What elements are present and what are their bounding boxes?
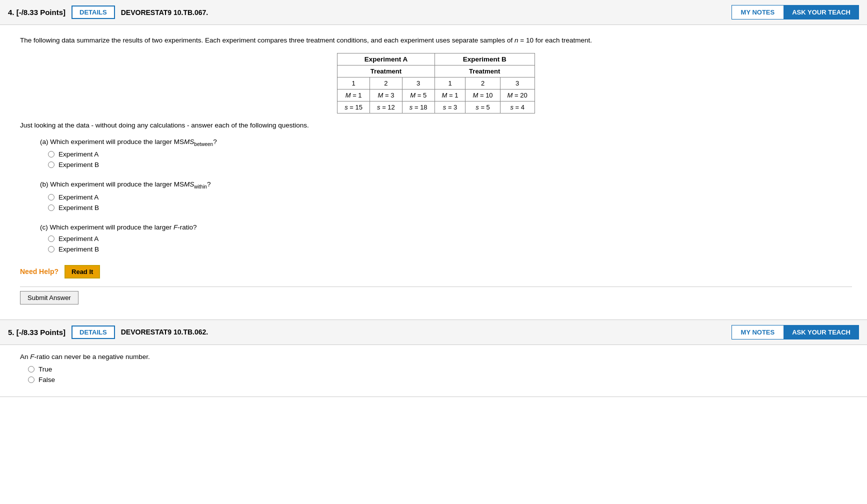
q4-part-a-subscript: between [194,141,213,146]
q5-details-button[interactable]: DETAILS [72,326,115,339]
q5-radio-true[interactable] [28,366,34,372]
q4-part-b-option-a[interactable]: Experiment A [48,194,852,201]
q5-my-notes-button[interactable]: MY NOTES [732,325,784,340]
m-a1: M = 1 [338,89,370,101]
treatment-a-header: Treatment [338,65,434,77]
treatment-b-header: Treatment [434,65,534,77]
q4-part-c-label: (c) Which experiment will produce the la… [40,224,852,231]
q4-part-b-ms: MS [184,180,194,188]
q4-part-a-label: (a) Which experiment will produce the la… [40,138,852,147]
q5-intro-text: An F-ratio can never be a negative numbe… [20,353,852,360]
q5-label-true: True [38,366,52,373]
q4-just-looking: Just looking at the data - without doing… [20,122,852,129]
q4-part-b-label-b: Experiment B [58,204,99,212]
s-a2: s = 12 [370,101,402,113]
question-5-body: An F-ratio can never be a negative numbe… [0,345,867,396]
q4-num: 4. [8,8,14,16]
q4-part-b-radio-b[interactable] [48,204,54,211]
q4-part-c-option-b[interactable]: Experiment B [48,246,852,253]
q4-divider [20,286,852,287]
s-b2: s = 5 [466,101,500,113]
q4-part-c-radio-a[interactable] [48,236,54,242]
q4-part-b-text: (b) Which experiment will produce the la… [40,180,184,188]
q5-label-false: False [38,376,55,384]
q4-part-a-radio-a[interactable] [48,151,54,158]
col-b3: 3 [500,77,534,89]
q5-option-false[interactable]: False [28,376,852,384]
q4-part-c-option-a[interactable]: Experiment A [48,235,852,242]
q5-header-right: MY NOTES ASK YOUR TEACH [732,325,859,340]
question-4-header: 4. [-/8.33 Points] DETAILS DEVORESTAT9 1… [0,0,867,25]
q4-part-a-option-a[interactable]: Experiment A [48,150,852,158]
q4-need-help-row: Need Help? Read It [20,265,852,278]
exp-a-header: Experiment A [338,53,434,65]
q4-code: DEVORESTAT9 10.TB.067. [121,8,726,16]
q5-option-true[interactable]: True [28,366,852,373]
question-4-body: The following data summarize the results… [0,25,867,320]
q4-intro-text: The following data summarize the results… [20,35,852,46]
q5-code: DEVORESTAT9 10.TB.062. [121,328,726,336]
s-a1: s = 15 [338,101,370,113]
q4-ask-teacher-button[interactable]: ASK YOUR TEACH [784,5,859,20]
q4-part-b-subscript: within [194,184,207,190]
question-4-block: 4. [-/8.33 Points] DETAILS DEVORESTAT9 1… [0,0,867,320]
q4-part-c-radio-b[interactable] [48,246,54,252]
s-b1: s = 3 [434,101,466,113]
q4-part-b-qmark: ? [207,180,211,188]
col-a3: 3 [402,77,434,89]
q4-part-a-radio-b[interactable] [48,162,54,168]
q4-part-a-option-b[interactable]: Experiment B [48,161,852,168]
q4-part-a: (a) Which experiment will produce the la… [40,138,852,169]
q4-header-right: MY NOTES ASK YOUR TEACH [732,5,859,20]
question-5-block: 5. [-/8.33 Points] DETAILS DEVORESTAT9 1… [0,320,867,397]
q4-part-b-option-b[interactable]: Experiment B [48,204,852,212]
exp-b-header: Experiment B [434,53,534,65]
m-b2: M = 10 [466,89,500,101]
q4-part-c-label-b: Experiment B [58,246,99,253]
q4-points: [-/8.33 Points] [16,8,66,16]
q4-submit-button[interactable]: Submit Answer [20,291,78,304]
m-b3: M = 20 [500,89,534,101]
q4-need-help-label: Need Help? [20,268,58,276]
q5-num: 5. [8,328,14,336]
q5-ask-teacher-button[interactable]: ASK YOUR TEACH [784,325,859,340]
col-b1: 1 [434,77,466,89]
q4-part-b-label-a: Experiment A [58,194,98,201]
q4-data-table: Experiment A Experiment B Treatment Trea… [337,53,534,114]
question-5-number: 5. [-/8.33 Points] [8,328,66,336]
col-b2: 2 [466,77,500,89]
q4-part-c-label-a: Experiment A [58,235,98,242]
m-b1: M = 1 [434,89,466,101]
s-b3: s = 4 [500,101,534,113]
question-4-number: 4. [-/8.33 Points] [8,8,66,16]
q4-part-b-radio-a[interactable] [48,194,54,200]
q4-part-a-qmark: ? [213,138,217,146]
q4-submit-row: Submit Answer [20,291,852,310]
m-a3: M = 5 [402,89,434,101]
m-a2: M = 3 [370,89,402,101]
q4-part-a-ms: MS [184,138,194,146]
q4-part-b: (b) Which experiment will produce the la… [40,180,852,212]
col-a2: 2 [370,77,402,89]
s-a3: s = 18 [402,101,434,113]
question-5-header: 5. [-/8.33 Points] DETAILS DEVORESTAT9 1… [0,320,867,345]
q4-part-a-label-b: Experiment B [58,161,99,168]
q4-details-button[interactable]: DETAILS [72,6,115,19]
col-a1: 1 [338,77,370,89]
q5-points: [-/8.33 Points] [16,328,66,336]
q4-my-notes-button[interactable]: MY NOTES [732,5,784,20]
q4-read-it-button[interactable]: Read It [64,265,100,278]
q4-part-c: (c) Which experiment will produce the la… [40,224,852,253]
q5-radio-false[interactable] [28,376,34,383]
q4-part-a-label-a: Experiment A [58,150,98,158]
q4-part-a-text: (a) Which experiment will produce the la… [40,138,184,146]
q4-part-b-label: (b) Which experiment will produce the la… [40,180,852,190]
